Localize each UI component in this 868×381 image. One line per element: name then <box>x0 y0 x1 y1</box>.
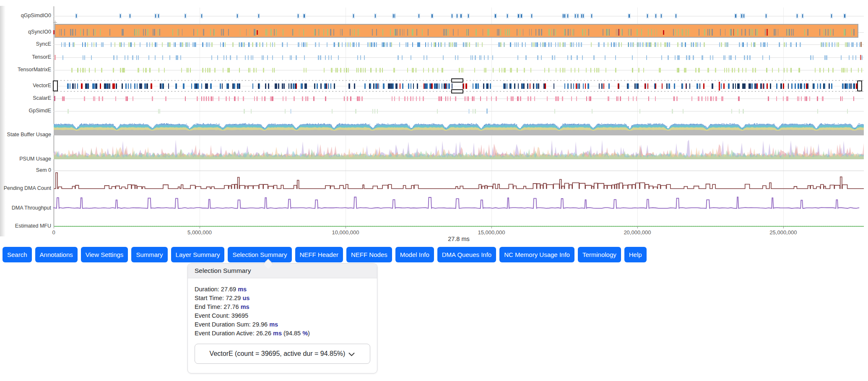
toolbar-button-summary[interactable]: Summary <box>131 247 167 262</box>
x-tick-label: 20,000,000 <box>624 229 651 236</box>
track-tensormatrixe <box>54 68 864 73</box>
x-tick-label: 15,000,000 <box>478 229 505 236</box>
toolbar-button-selection-summary[interactable]: Selection Summary <box>228 247 291 262</box>
x-tick-label: 25,000,000 <box>769 229 797 236</box>
panel-title: Selection Summary <box>188 264 377 278</box>
track-qsyncio0 <box>53 21 864 37</box>
track-estimated-mfu <box>54 226 864 226</box>
track-scalare <box>54 96 864 101</box>
x-tick-label: 10,000,000 <box>332 229 359 236</box>
stat-line: Event Count: 39695 <box>195 311 370 320</box>
track-label-synce: SyncE <box>36 41 51 48</box>
track-synce <box>54 42 864 47</box>
axis-duration-label: 27.8 ms <box>413 236 505 242</box>
toolbar-button-view-settings[interactable]: View Settings <box>81 247 128 262</box>
toolbar: SearchAnnotationsView SettingsSummaryLay… <box>3 247 647 262</box>
selection-handle-bottom[interactable] <box>452 90 463 93</box>
selection-handle-left[interactable] <box>53 81 57 91</box>
x-tick-label: 0 <box>52 229 55 236</box>
track-label-qgpsimdio0: qGpSimdIO0 <box>21 12 51 19</box>
track-label-state-buffer-usage: State Buffer Usage <box>7 131 51 138</box>
track-label-gpsimde: GpSimdE <box>29 107 52 114</box>
track-label-tensormatrixe: TensorMatrixE <box>18 66 51 73</box>
track-label-scalare: ScalarE <box>33 95 51 102</box>
toolbar-button-layer-summary[interactable]: Layer Summary <box>171 247 225 262</box>
track-qgpsimdio0 <box>54 13 864 18</box>
track-gpsimde <box>54 109 864 114</box>
track-tensore <box>54 55 864 60</box>
stat-line: Event Duration Sum: 29.96 ms <box>195 320 370 329</box>
track-label-dma-throughput: DMA Throughput <box>12 205 51 212</box>
track-labels: qGpSimdIO0qSyncIO0SyncETensorETensorMatr… <box>0 0 52 235</box>
engine-summary-dropdown-label: VectorE (count = 39695, active dur = 94.… <box>210 350 346 358</box>
toolbar-button-annotations[interactable]: Annotations <box>35 247 78 262</box>
toolbar-button-model-info[interactable]: Model Info <box>395 247 434 262</box>
track-pending-dma-count <box>54 173 864 189</box>
toolbar-button-search[interactable]: Search <box>3 247 32 262</box>
stat-line: Duration: 27.69 ms <box>195 285 370 294</box>
track-label-estimated-mfu: Estimated MFU <box>15 223 51 230</box>
gridlines <box>200 8 783 226</box>
track-state-buffer-usage <box>54 123 864 135</box>
toolbar-button-dma-queues-info[interactable]: DMA Queues Info <box>437 247 496 262</box>
toolbar-button-neff-header[interactable]: NEFF Header <box>295 247 343 262</box>
x-axis: 05,000,00010,000,00015,000,00020,000,000… <box>52 226 797 236</box>
timeline-canvas[interactable]: 05,000,00010,000,00015,000,00020,000,000… <box>0 0 868 245</box>
stat-line: End Time: 27.76 ms <box>195 303 370 311</box>
track-label-qsyncio0: qSyncIO0 <box>28 29 51 36</box>
selection-stats: Duration: 27.69 msStart Time: 72.29 usEn… <box>195 285 370 338</box>
track-label-tensore: TensorE <box>32 54 51 61</box>
track-dma-throughput <box>54 197 859 208</box>
track-psum-usage <box>54 140 864 159</box>
toolbar-button-help[interactable]: Help <box>624 247 647 262</box>
toolbar-button-neff-nodes[interactable]: NEFF Nodes <box>346 247 392 262</box>
selection-handle-right[interactable] <box>858 81 862 91</box>
stat-line: Start Time: 72.29 us <box>195 294 370 303</box>
x-tick-label: 5,000,000 <box>187 229 212 236</box>
engine-summary-dropdown[interactable]: VectorE (count = 39695, active dur = 94.… <box>195 344 370 364</box>
toolbar-button-terminology[interactable]: Terminology <box>578 247 621 262</box>
track-vectore <box>53 79 864 93</box>
panel-body: Duration: 27.69 msStart Time: 72.29 usEn… <box>188 278 377 373</box>
track-label-pending-dma-count: Pending DMA Count <box>4 185 51 192</box>
selection-summary-panel: Selection Summary Duration: 27.69 msStar… <box>187 263 377 373</box>
toolbar-button-nc-memory-usage-info[interactable]: NC Memory Usage Info <box>499 247 574 262</box>
track-label-sem-0: Sem 0 <box>36 167 51 174</box>
stat-line: Event Duration Active: 26.26 ms (94.85 %… <box>195 329 370 338</box>
track-label-vectore: VectorE <box>33 82 51 89</box>
selection-handle-top[interactable] <box>452 79 463 82</box>
chevron-down-icon <box>348 351 355 358</box>
track-label-psum-usage: PSUM Usage <box>19 156 51 163</box>
timeline-chart: 05,000,00010,000,00015,000,00020,000,000… <box>0 0 868 245</box>
